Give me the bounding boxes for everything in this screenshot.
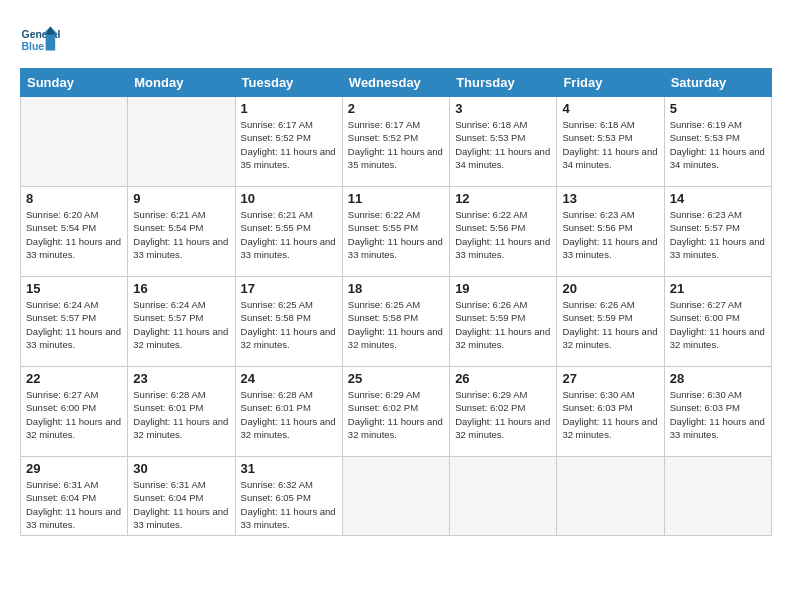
calendar-day-cell: 1 Sunrise: 6:17 AM Sunset: 5:52 PM Dayli… xyxy=(235,97,342,187)
day-number: 28 xyxy=(670,371,766,386)
day-number: 24 xyxy=(241,371,337,386)
page-header: General Blue xyxy=(20,20,772,60)
calendar-day-cell xyxy=(557,457,664,536)
day-info: Sunrise: 6:21 AM Sunset: 5:55 PM Dayligh… xyxy=(241,208,337,261)
day-number: 18 xyxy=(348,281,444,296)
calendar-day-cell: 8 Sunrise: 6:20 AM Sunset: 5:54 PM Dayli… xyxy=(21,187,128,277)
day-info: Sunrise: 6:19 AM Sunset: 5:53 PM Dayligh… xyxy=(670,118,766,171)
calendar-day-cell: 25 Sunrise: 6:29 AM Sunset: 6:02 PM Dayl… xyxy=(342,367,449,457)
calendar-day-cell: 9 Sunrise: 6:21 AM Sunset: 5:54 PM Dayli… xyxy=(128,187,235,277)
calendar-day-cell xyxy=(450,457,557,536)
calendar-day-cell: 11 Sunrise: 6:22 AM Sunset: 5:55 PM Dayl… xyxy=(342,187,449,277)
day-info: Sunrise: 6:28 AM Sunset: 6:01 PM Dayligh… xyxy=(241,388,337,441)
day-number: 12 xyxy=(455,191,551,206)
day-number: 14 xyxy=(670,191,766,206)
calendar-day-cell xyxy=(342,457,449,536)
day-info: Sunrise: 6:26 AM Sunset: 5:59 PM Dayligh… xyxy=(562,298,658,351)
calendar-day-cell: 21 Sunrise: 6:27 AM Sunset: 6:00 PM Dayl… xyxy=(664,277,771,367)
day-info: Sunrise: 6:22 AM Sunset: 5:56 PM Dayligh… xyxy=(455,208,551,261)
weekday-header-friday: Friday xyxy=(557,69,664,97)
calendar-week-row: 1 Sunrise: 6:17 AM Sunset: 5:52 PM Dayli… xyxy=(21,97,772,187)
calendar-day-cell: 16 Sunrise: 6:24 AM Sunset: 5:57 PM Dayl… xyxy=(128,277,235,367)
day-info: Sunrise: 6:30 AM Sunset: 6:03 PM Dayligh… xyxy=(670,388,766,441)
calendar-day-cell: 4 Sunrise: 6:18 AM Sunset: 5:53 PM Dayli… xyxy=(557,97,664,187)
day-number: 19 xyxy=(455,281,551,296)
calendar-day-cell: 30 Sunrise: 6:31 AM Sunset: 6:04 PM Dayl… xyxy=(128,457,235,536)
calendar-day-cell: 19 Sunrise: 6:26 AM Sunset: 5:59 PM Dayl… xyxy=(450,277,557,367)
calendar-day-cell: 12 Sunrise: 6:22 AM Sunset: 5:56 PM Dayl… xyxy=(450,187,557,277)
weekday-header-saturday: Saturday xyxy=(664,69,771,97)
day-number: 1 xyxy=(241,101,337,116)
weekday-header-monday: Monday xyxy=(128,69,235,97)
calendar-day-cell: 31 Sunrise: 6:32 AM Sunset: 6:05 PM Dayl… xyxy=(235,457,342,536)
calendar-day-cell: 5 Sunrise: 6:19 AM Sunset: 5:53 PM Dayli… xyxy=(664,97,771,187)
day-info: Sunrise: 6:23 AM Sunset: 5:56 PM Dayligh… xyxy=(562,208,658,261)
day-info: Sunrise: 6:27 AM Sunset: 6:00 PM Dayligh… xyxy=(670,298,766,351)
day-info: Sunrise: 6:32 AM Sunset: 6:05 PM Dayligh… xyxy=(241,478,337,531)
calendar-day-cell: 23 Sunrise: 6:28 AM Sunset: 6:01 PM Dayl… xyxy=(128,367,235,457)
weekday-header-tuesday: Tuesday xyxy=(235,69,342,97)
calendar-day-cell: 10 Sunrise: 6:21 AM Sunset: 5:55 PM Dayl… xyxy=(235,187,342,277)
day-number: 17 xyxy=(241,281,337,296)
calendar-week-row: 22 Sunrise: 6:27 AM Sunset: 6:00 PM Dayl… xyxy=(21,367,772,457)
day-info: Sunrise: 6:25 AM Sunset: 5:58 PM Dayligh… xyxy=(241,298,337,351)
day-number: 26 xyxy=(455,371,551,386)
calendar-day-cell: 2 Sunrise: 6:17 AM Sunset: 5:52 PM Dayli… xyxy=(342,97,449,187)
day-info: Sunrise: 6:18 AM Sunset: 5:53 PM Dayligh… xyxy=(562,118,658,171)
day-info: Sunrise: 6:24 AM Sunset: 5:57 PM Dayligh… xyxy=(26,298,122,351)
day-number: 4 xyxy=(562,101,658,116)
day-number: 27 xyxy=(562,371,658,386)
day-number: 13 xyxy=(562,191,658,206)
day-info: Sunrise: 6:17 AM Sunset: 5:52 PM Dayligh… xyxy=(241,118,337,171)
day-info: Sunrise: 6:18 AM Sunset: 5:53 PM Dayligh… xyxy=(455,118,551,171)
day-info: Sunrise: 6:24 AM Sunset: 5:57 PM Dayligh… xyxy=(133,298,229,351)
day-number: 21 xyxy=(670,281,766,296)
day-number: 31 xyxy=(241,461,337,476)
calendar-day-cell: 26 Sunrise: 6:29 AM Sunset: 6:02 PM Dayl… xyxy=(450,367,557,457)
calendar-day-cell: 14 Sunrise: 6:23 AM Sunset: 5:57 PM Dayl… xyxy=(664,187,771,277)
day-info: Sunrise: 6:31 AM Sunset: 6:04 PM Dayligh… xyxy=(26,478,122,531)
day-info: Sunrise: 6:22 AM Sunset: 5:55 PM Dayligh… xyxy=(348,208,444,261)
svg-text:Blue: Blue xyxy=(22,41,45,52)
calendar-day-cell: 22 Sunrise: 6:27 AM Sunset: 6:00 PM Dayl… xyxy=(21,367,128,457)
calendar-day-cell: 24 Sunrise: 6:28 AM Sunset: 6:01 PM Dayl… xyxy=(235,367,342,457)
day-number: 20 xyxy=(562,281,658,296)
day-number: 22 xyxy=(26,371,122,386)
day-info: Sunrise: 6:29 AM Sunset: 6:02 PM Dayligh… xyxy=(455,388,551,441)
calendar-day-cell: 20 Sunrise: 6:26 AM Sunset: 5:59 PM Dayl… xyxy=(557,277,664,367)
calendar-day-cell: 13 Sunrise: 6:23 AM Sunset: 5:56 PM Dayl… xyxy=(557,187,664,277)
calendar-week-row: 15 Sunrise: 6:24 AM Sunset: 5:57 PM Dayl… xyxy=(21,277,772,367)
day-info: Sunrise: 6:20 AM Sunset: 5:54 PM Dayligh… xyxy=(26,208,122,261)
day-number: 9 xyxy=(133,191,229,206)
weekday-header-thursday: Thursday xyxy=(450,69,557,97)
calendar-week-row: 8 Sunrise: 6:20 AM Sunset: 5:54 PM Dayli… xyxy=(21,187,772,277)
day-number: 16 xyxy=(133,281,229,296)
weekday-header-wednesday: Wednesday xyxy=(342,69,449,97)
calendar-day-cell: 29 Sunrise: 6:31 AM Sunset: 6:04 PM Dayl… xyxy=(21,457,128,536)
calendar-day-cell xyxy=(664,457,771,536)
logo-icon: General Blue xyxy=(20,20,60,60)
day-number: 11 xyxy=(348,191,444,206)
day-number: 3 xyxy=(455,101,551,116)
logo: General Blue xyxy=(20,20,64,60)
calendar-day-cell: 27 Sunrise: 6:30 AM Sunset: 6:03 PM Dayl… xyxy=(557,367,664,457)
day-info: Sunrise: 6:25 AM Sunset: 5:58 PM Dayligh… xyxy=(348,298,444,351)
day-info: Sunrise: 6:17 AM Sunset: 5:52 PM Dayligh… xyxy=(348,118,444,171)
day-number: 29 xyxy=(26,461,122,476)
calendar-day-cell xyxy=(128,97,235,187)
day-info: Sunrise: 6:30 AM Sunset: 6:03 PM Dayligh… xyxy=(562,388,658,441)
calendar-day-cell xyxy=(21,97,128,187)
day-info: Sunrise: 6:31 AM Sunset: 6:04 PM Dayligh… xyxy=(133,478,229,531)
calendar-header-row: SundayMondayTuesdayWednesdayThursdayFrid… xyxy=(21,69,772,97)
day-number: 5 xyxy=(670,101,766,116)
day-number: 30 xyxy=(133,461,229,476)
day-number: 2 xyxy=(348,101,444,116)
day-number: 15 xyxy=(26,281,122,296)
calendar-day-cell: 15 Sunrise: 6:24 AM Sunset: 5:57 PM Dayl… xyxy=(21,277,128,367)
calendar-day-cell: 3 Sunrise: 6:18 AM Sunset: 5:53 PM Dayli… xyxy=(450,97,557,187)
day-info: Sunrise: 6:21 AM Sunset: 5:54 PM Dayligh… xyxy=(133,208,229,261)
calendar-week-row: 29 Sunrise: 6:31 AM Sunset: 6:04 PM Dayl… xyxy=(21,457,772,536)
calendar-table: SundayMondayTuesdayWednesdayThursdayFrid… xyxy=(20,68,772,536)
day-info: Sunrise: 6:27 AM Sunset: 6:00 PM Dayligh… xyxy=(26,388,122,441)
day-info: Sunrise: 6:23 AM Sunset: 5:57 PM Dayligh… xyxy=(670,208,766,261)
